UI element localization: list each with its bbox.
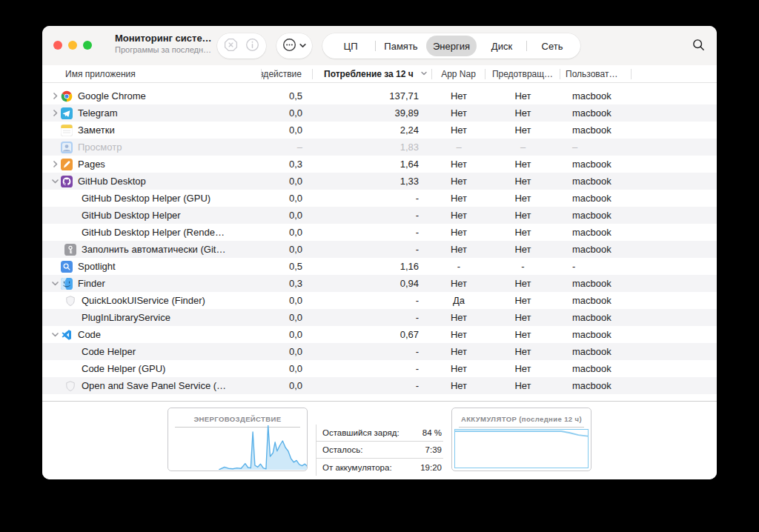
table-row[interactable]: Google Chrome0,5137,71НетНетmacbook (42, 87, 717, 104)
shield-icon (64, 295, 76, 307)
titlebar: Мониторинг систе… Программы за последн… … (42, 26, 717, 65)
process-name: Code (78, 329, 101, 340)
icon-slot (64, 227, 76, 239)
energy-impact-value: 0,0 (262, 176, 313, 187)
preventing-sleep-value: Нет (485, 210, 560, 221)
energy-impact-value: 0,5 (262, 90, 313, 102)
tab-энергия[interactable]: Энергия (426, 36, 477, 56)
table-row[interactable]: Code Helper (GPU)0,0-НетНетmacbook (42, 360, 717, 377)
app-nap-value: Нет (432, 210, 485, 221)
table-row[interactable]: Spotlight0,51,16--- (42, 258, 717, 275)
battery-box: АККУМУЛЯТОР (последние 12 ч) (451, 408, 591, 471)
user-value: macbook (560, 90, 632, 102)
table-row[interactable]: Finder0,30,94НетНетmacbook (42, 275, 717, 292)
github-icon (61, 176, 73, 187)
column-header-user[interactable]: Пользоват… (560, 69, 632, 79)
process-name: PlugInLibraryService (82, 312, 170, 323)
power-12h-value: - (313, 295, 432, 306)
process-name: Просмотр (78, 142, 122, 153)
table-row[interactable]: Заметки0,02,24НетНетmacbook (42, 122, 717, 139)
user-value: macbook (560, 329, 632, 340)
energy-impact-value: 0,3 (262, 278, 313, 289)
user-value: macbook (560, 363, 632, 374)
preventing-sleep-value: Нет (485, 227, 560, 238)
preventing-sleep-value: Нет (485, 380, 560, 391)
table-row[interactable]: Code0,00,67НетНетmacbook (42, 326, 717, 343)
user-value: - (560, 261, 632, 272)
user-value: macbook (560, 295, 632, 306)
battery-stats: Оставшийся заряд:84 %Осталось:7:39От акк… (316, 408, 443, 476)
column-header-energy-impact[interactable]: Энерговоздействие (262, 69, 313, 79)
preventing-sleep-value: Нет (485, 193, 560, 204)
process-name: Pages (78, 159, 105, 170)
app-nap-value: Нет (432, 107, 485, 119)
inspect-info-icon[interactable] (245, 38, 259, 55)
column-header-name[interactable]: Имя приложения (42, 69, 262, 79)
column-header-preventing-sleep[interactable]: Предотвращ… (485, 69, 560, 79)
table-row[interactable]: GitHub Desktop Helper (Rende…0,0-НетНетm… (42, 224, 717, 241)
process-name: GitHub Desktop Helper (Rende… (82, 227, 225, 238)
sort-chevron-down-icon (420, 69, 428, 79)
tab-память[interactable]: Память (376, 36, 426, 56)
disclosure-expanded-icon[interactable] (50, 330, 61, 339)
close-button[interactable] (53, 41, 62, 50)
table-row[interactable]: QuickLookUIService (Finder)0,0-ДаНетmacb… (42, 292, 717, 309)
more-options-button[interactable] (276, 33, 312, 59)
process-name: Finder (78, 278, 105, 289)
chrome-icon (61, 90, 73, 102)
app-nap-value: Нет (432, 346, 485, 357)
column-header-app-nap[interactable]: App Nap (432, 69, 485, 79)
power-12h-value: 39,89 (313, 107, 432, 119)
pages-icon (61, 159, 73, 170)
table-row[interactable]: Open and Save Panel Service (…0,0-НетНет… (42, 377, 717, 394)
table-row[interactable]: Заполнить автоматически (Git…0,0-НетНетm… (42, 241, 717, 258)
battery-stat-row: Осталось:7:39 (316, 442, 443, 459)
app-nap-value: Да (432, 295, 485, 306)
energy-impact-value: 0,0 (262, 107, 313, 119)
energy-impact-value: 0,0 (262, 312, 313, 323)
force-quit-icon[interactable] (224, 38, 238, 55)
preventing-sleep-value: Нет (485, 329, 560, 340)
battery-level-chart (454, 429, 589, 468)
tab-цп[interactable]: ЦП (325, 36, 376, 56)
table-row[interactable]: PlugInLibraryService0,0-НетНетmacbook (42, 309, 717, 326)
process-name: GitHub Desktop Helper (GPU) (82, 193, 211, 204)
zoom-button[interactable] (83, 41, 92, 50)
table-row[interactable]: Просмотр–1,83––– (42, 139, 717, 156)
preventing-sleep-value: Нет (485, 159, 560, 170)
user-value: macbook (560, 380, 632, 391)
icon-slot (64, 363, 76, 375)
process-table: Google Chrome0,5137,71НетНетmacbookTeleg… (42, 83, 717, 394)
table-row[interactable]: Telegram0,039,89НетНетmacbook (42, 104, 717, 122)
disclosure-collapsed-icon[interactable] (50, 92, 61, 100)
tab-диск[interactable]: Диск (477, 36, 527, 56)
energy-impact-value: 0,0 (262, 329, 313, 340)
view-tabs: ЦППамятьЭнергияДискСеть (322, 33, 580, 59)
minimize-button[interactable] (68, 41, 77, 50)
tab-сеть[interactable]: Сеть (527, 36, 577, 56)
table-row[interactable]: Code Helper0,0-НетНетmacbook (42, 343, 717, 360)
search-button[interactable] (690, 38, 706, 54)
energy-impact-chart (169, 425, 306, 470)
table-row[interactable]: GitHub Desktop Helper (GPU)0,0-НетНетmac… (42, 190, 717, 207)
traffic-lights (53, 41, 92, 50)
column-header-power-12h[interactable]: Потребление за 12 ч (313, 69, 432, 79)
disclosure-collapsed-icon[interactable] (50, 160, 61, 168)
finder-icon (61, 278, 73, 290)
app-nap-value: Нет (432, 227, 485, 238)
energy-impact-value: 0,0 (262, 295, 313, 306)
user-value: – (560, 142, 632, 153)
preventing-sleep-value: Нет (485, 295, 560, 306)
disclosure-expanded-icon[interactable] (50, 279, 61, 287)
disclosure-collapsed-icon[interactable] (50, 109, 61, 117)
vscode-icon (61, 329, 73, 341)
telegram-icon (61, 107, 73, 119)
table-row[interactable]: Pages0,31,64НетНетmacbook (42, 156, 717, 173)
process-name: Google Chrome (78, 90, 146, 102)
disclosure-expanded-icon[interactable] (50, 177, 61, 185)
preventing-sleep-value: Нет (485, 90, 560, 102)
search-icon (692, 38, 706, 55)
energy-impact-value: 0,3 (262, 159, 313, 170)
table-row[interactable]: GitHub Desktop Helper0,0-НетНетmacbook (42, 207, 717, 224)
table-row[interactable]: GitHub Desktop0,01,33НетНетmacbook (42, 173, 717, 190)
